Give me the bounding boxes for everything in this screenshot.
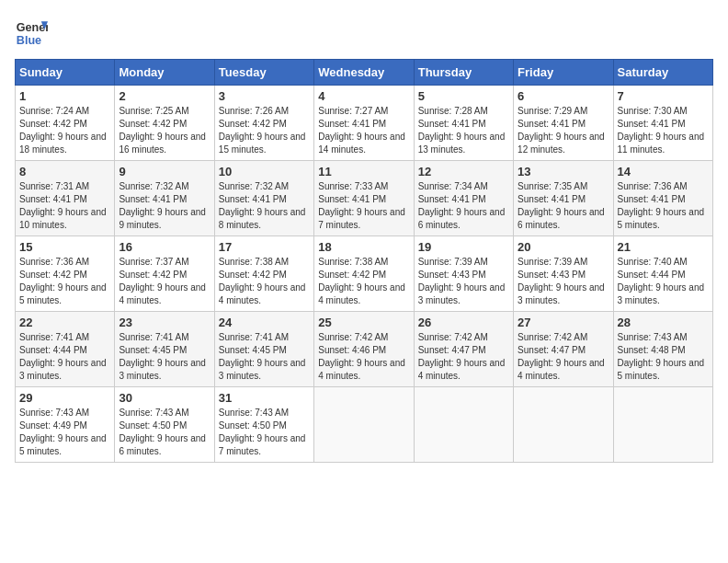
day-info: Sunrise: 7:42 AM Sunset: 4:46 PM Dayligh…	[318, 331, 409, 383]
day-number: 4	[318, 89, 409, 103]
day-cell-10: 10 Sunrise: 7:32 AM Sunset: 4:41 PM Dayl…	[214, 161, 313, 236]
day-number: 10	[219, 165, 310, 178]
col-header-saturday: Saturday	[613, 60, 712, 86]
day-number: 11	[318, 165, 409, 178]
day-cell-3: 3 Sunrise: 7:26 AM Sunset: 4:42 PM Dayli…	[214, 86, 313, 161]
day-info: Sunrise: 7:42 AM Sunset: 4:47 PM Dayligh…	[518, 331, 609, 383]
day-number: 8	[19, 165, 110, 178]
day-cell-8: 8 Sunrise: 7:31 AM Sunset: 4:41 PM Dayli…	[16, 161, 115, 236]
col-header-monday: Monday	[115, 60, 214, 86]
day-number: 18	[318, 240, 409, 254]
day-info: Sunrise: 7:32 AM Sunset: 4:41 PM Dayligh…	[119, 180, 210, 232]
day-cell-27: 27 Sunrise: 7:42 AM Sunset: 4:47 PM Dayl…	[514, 312, 613, 387]
day-info: Sunrise: 7:43 AM Sunset: 4:50 PM Dayligh…	[219, 407, 310, 458]
day-info: Sunrise: 7:28 AM Sunset: 4:41 PM Dayligh…	[418, 105, 509, 156]
day-cell-30: 30 Sunrise: 7:43 AM Sunset: 4:50 PM Dayl…	[115, 387, 214, 463]
col-header-friday: Friday	[514, 60, 613, 86]
day-number: 26	[418, 316, 509, 329]
calendar-table: SundayMondayTuesdayWednesdayThursdayFrid…	[15, 59, 713, 463]
day-info: Sunrise: 7:30 AM Sunset: 4:41 PM Dayligh…	[618, 105, 709, 156]
day-cell-19: 19 Sunrise: 7:39 AM Sunset: 4:43 PM Dayl…	[414, 236, 513, 312]
day-cell-9: 9 Sunrise: 7:32 AM Sunset: 4:41 PM Dayli…	[115, 161, 214, 236]
day-number: 5	[418, 89, 509, 103]
day-cell-5: 5 Sunrise: 7:28 AM Sunset: 4:41 PM Dayli…	[414, 86, 513, 161]
day-cell-26: 26 Sunrise: 7:42 AM Sunset: 4:47 PM Dayl…	[414, 312, 513, 387]
day-number: 9	[119, 165, 210, 178]
day-number: 16	[119, 240, 210, 254]
day-info: Sunrise: 7:43 AM Sunset: 4:48 PM Dayligh…	[618, 331, 709, 383]
day-cell-14: 14 Sunrise: 7:36 AM Sunset: 4:41 PM Dayl…	[613, 161, 712, 236]
day-number: 22	[19, 316, 110, 329]
day-info: Sunrise: 7:38 AM Sunset: 4:42 PM Dayligh…	[219, 256, 310, 307]
day-cell-24: 24 Sunrise: 7:41 AM Sunset: 4:45 PM Dayl…	[214, 312, 313, 387]
day-info: Sunrise: 7:35 AM Sunset: 4:41 PM Dayligh…	[518, 180, 609, 232]
day-info: Sunrise: 7:29 AM Sunset: 4:41 PM Dayligh…	[518, 105, 609, 156]
empty-cell	[314, 387, 414, 463]
col-header-wednesday: Wednesday	[314, 60, 414, 86]
day-info: Sunrise: 7:41 AM Sunset: 4:44 PM Dayligh…	[19, 331, 110, 383]
col-header-sunday: Sunday	[16, 60, 115, 86]
day-cell-20: 20 Sunrise: 7:39 AM Sunset: 4:43 PM Dayl…	[514, 236, 613, 312]
calendar-week-2: 8 Sunrise: 7:31 AM Sunset: 4:41 PM Dayli…	[16, 161, 713, 236]
day-info: Sunrise: 7:40 AM Sunset: 4:44 PM Dayligh…	[618, 256, 709, 307]
day-cell-15: 15 Sunrise: 7:36 AM Sunset: 4:42 PM Dayl…	[16, 236, 115, 312]
calendar-week-1: 1 Sunrise: 7:24 AM Sunset: 4:42 PM Dayli…	[16, 86, 713, 161]
day-info: Sunrise: 7:26 AM Sunset: 4:42 PM Dayligh…	[219, 105, 310, 156]
day-number: 21	[618, 240, 709, 254]
empty-cell	[514, 387, 613, 463]
empty-cell	[613, 387, 712, 463]
day-number: 13	[518, 165, 609, 178]
day-number: 31	[219, 391, 310, 405]
svg-text:Blue: Blue	[17, 34, 41, 47]
day-info: Sunrise: 7:34 AM Sunset: 4:41 PM Dayligh…	[418, 180, 509, 232]
day-info: Sunrise: 7:37 AM Sunset: 4:42 PM Dayligh…	[119, 256, 210, 307]
day-cell-21: 21 Sunrise: 7:40 AM Sunset: 4:44 PM Dayl…	[613, 236, 712, 312]
day-number: 19	[418, 240, 509, 254]
day-info: Sunrise: 7:25 AM Sunset: 4:42 PM Dayligh…	[119, 105, 210, 156]
day-cell-29: 29 Sunrise: 7:43 AM Sunset: 4:49 PM Dayl…	[16, 387, 115, 463]
day-cell-11: 11 Sunrise: 7:33 AM Sunset: 4:41 PM Dayl…	[314, 161, 414, 236]
day-cell-1: 1 Sunrise: 7:24 AM Sunset: 4:42 PM Dayli…	[16, 86, 115, 161]
calendar-header-row: SundayMondayTuesdayWednesdayThursdayFrid…	[16, 60, 713, 86]
day-info: Sunrise: 7:24 AM Sunset: 4:42 PM Dayligh…	[19, 105, 110, 156]
day-cell-4: 4 Sunrise: 7:27 AM Sunset: 4:41 PM Dayli…	[314, 86, 414, 161]
day-cell-28: 28 Sunrise: 7:43 AM Sunset: 4:48 PM Dayl…	[613, 312, 712, 387]
day-cell-16: 16 Sunrise: 7:37 AM Sunset: 4:42 PM Dayl…	[115, 236, 214, 312]
day-cell-13: 13 Sunrise: 7:35 AM Sunset: 4:41 PM Dayl…	[514, 161, 613, 236]
day-number: 24	[219, 316, 310, 329]
day-number: 12	[418, 165, 509, 178]
day-number: 7	[618, 89, 709, 103]
day-cell-7: 7 Sunrise: 7:30 AM Sunset: 4:41 PM Dayli…	[613, 86, 712, 161]
calendar-week-3: 15 Sunrise: 7:36 AM Sunset: 4:42 PM Dayl…	[16, 236, 713, 312]
day-number: 17	[219, 240, 310, 254]
day-number: 28	[618, 316, 709, 329]
day-number: 6	[518, 89, 609, 103]
day-cell-18: 18 Sunrise: 7:38 AM Sunset: 4:42 PM Dayl…	[314, 236, 414, 312]
day-info: Sunrise: 7:31 AM Sunset: 4:41 PM Dayligh…	[19, 180, 110, 232]
day-number: 30	[119, 391, 210, 405]
day-cell-23: 23 Sunrise: 7:41 AM Sunset: 4:45 PM Dayl…	[115, 312, 214, 387]
day-cell-22: 22 Sunrise: 7:41 AM Sunset: 4:44 PM Dayl…	[16, 312, 115, 387]
day-number: 25	[318, 316, 409, 329]
day-cell-2: 2 Sunrise: 7:25 AM Sunset: 4:42 PM Dayli…	[115, 86, 214, 161]
day-info: Sunrise: 7:42 AM Sunset: 4:47 PM Dayligh…	[418, 331, 509, 383]
logo: General Blue	[15, 15, 48, 48]
day-info: Sunrise: 7:39 AM Sunset: 4:43 PM Dayligh…	[418, 256, 509, 307]
day-cell-17: 17 Sunrise: 7:38 AM Sunset: 4:42 PM Dayl…	[214, 236, 313, 312]
day-number: 27	[518, 316, 609, 329]
empty-cell	[414, 387, 513, 463]
day-number: 3	[219, 89, 310, 103]
day-info: Sunrise: 7:38 AM Sunset: 4:42 PM Dayligh…	[318, 256, 409, 307]
page-header: General Blue	[15, 15, 713, 48]
day-info: Sunrise: 7:36 AM Sunset: 4:41 PM Dayligh…	[618, 180, 709, 232]
day-info: Sunrise: 7:41 AM Sunset: 4:45 PM Dayligh…	[119, 331, 210, 383]
day-info: Sunrise: 7:36 AM Sunset: 4:42 PM Dayligh…	[19, 256, 110, 307]
col-header-thursday: Thursday	[414, 60, 513, 86]
day-number: 20	[518, 240, 609, 254]
day-info: Sunrise: 7:41 AM Sunset: 4:45 PM Dayligh…	[219, 331, 310, 383]
day-info: Sunrise: 7:43 AM Sunset: 4:49 PM Dayligh…	[19, 407, 110, 458]
day-number: 23	[119, 316, 210, 329]
day-info: Sunrise: 7:32 AM Sunset: 4:41 PM Dayligh…	[219, 180, 310, 232]
calendar-week-5: 29 Sunrise: 7:43 AM Sunset: 4:49 PM Dayl…	[16, 387, 713, 463]
day-number: 1	[19, 89, 110, 103]
